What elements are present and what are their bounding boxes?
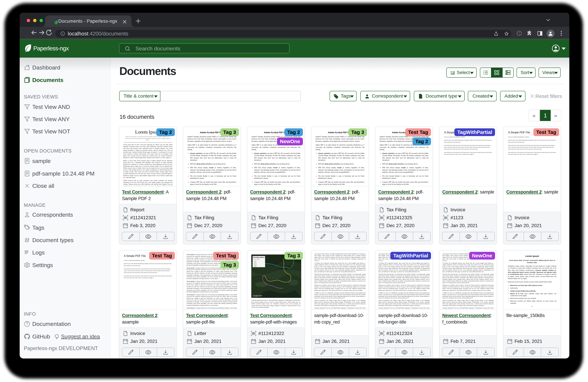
svg-text:△ Day 4: △ Day 4 — [254, 266, 257, 267]
svg-text:△ Day 3: △ Day 3 — [254, 264, 257, 266]
svg-text:10 days 4 BWCA: 10 days 4 BWCA — [253, 259, 260, 260]
svg-text:△ Day 2: △ Day 2 — [254, 263, 257, 264]
svg-text:Legend: Legend — [254, 261, 256, 261]
svg-text:Boundary Waters Trip: Boundary Waters Trip — [253, 257, 267, 258]
svg-text:△ Day 1: △ Day 1 — [254, 262, 257, 263]
svg-text:Google Earth: Google Earth — [253, 295, 262, 297]
